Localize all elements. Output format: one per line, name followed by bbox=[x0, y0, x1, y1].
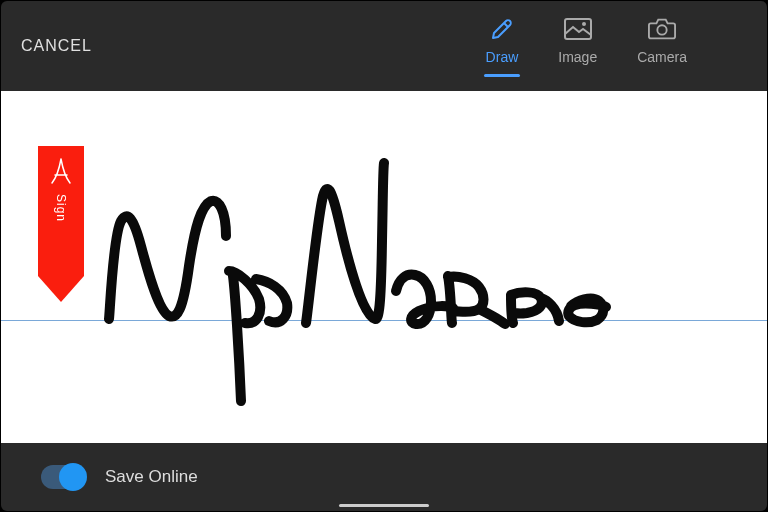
svg-point-2 bbox=[657, 25, 666, 34]
home-indicator[interactable] bbox=[339, 504, 429, 507]
tab-camera-label: Camera bbox=[637, 49, 687, 65]
svg-point-1 bbox=[582, 22, 586, 26]
tab-draw[interactable]: Draw bbox=[486, 17, 519, 75]
cancel-button[interactable]: CANCEL bbox=[21, 37, 92, 55]
save-online-toggle[interactable] bbox=[41, 465, 85, 489]
top-toolbar: CANCEL Draw Image bbox=[1, 1, 767, 91]
tab-camera[interactable]: Camera bbox=[637, 17, 687, 75]
image-icon bbox=[564, 17, 592, 41]
bottom-bar: Save Online bbox=[1, 443, 767, 511]
camera-icon bbox=[648, 17, 676, 41]
mode-tabs: Draw Image Camera bbox=[486, 17, 687, 75]
tab-image-label: Image bbox=[558, 49, 597, 65]
pen-icon bbox=[488, 17, 516, 41]
save-online-label: Save Online bbox=[105, 467, 198, 487]
svg-rect-0 bbox=[565, 19, 591, 39]
signature-canvas[interactable]: Sign bbox=[1, 91, 767, 443]
handwritten-signature bbox=[1, 91, 767, 443]
tab-draw-label: Draw bbox=[486, 49, 519, 65]
toggle-knob bbox=[59, 463, 87, 491]
tab-image[interactable]: Image bbox=[558, 17, 597, 75]
